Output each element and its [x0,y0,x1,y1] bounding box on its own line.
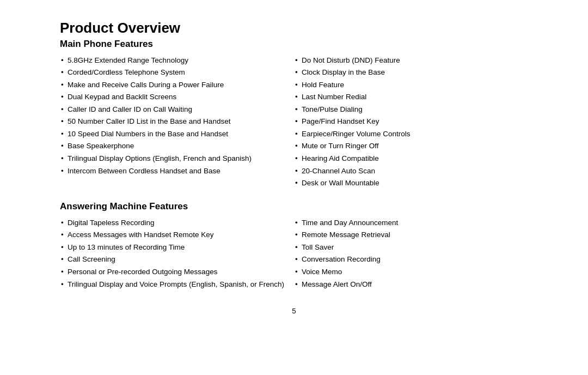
list-item: Corded/Cordless Telephone System [60,66,294,79]
list-item: Message Alert On/Off [294,278,528,291]
answering-machine-features-right-list: Time and Day Announcement Remote Message… [294,216,528,290]
main-phone-features-right-col: Do Not Disturb (DND) Feature Clock Displ… [294,54,528,189]
list-item: Desk or Wall Mountable [294,177,528,190]
main-phone-features-left-col: 5.8GHz Extended Range Technology Corded/… [60,54,294,189]
list-item: Do Not Disturb (DND) Feature [294,54,528,66]
list-item: Clock Display in the Base [294,66,528,79]
list-item: Call Screening [60,253,294,266]
list-item: 50 Number Caller ID List in the Base and… [60,116,294,128]
list-item: 20-Channel Auto Scan [294,165,528,177]
list-item: 5.8GHz Extended Range Technology [60,54,294,66]
list-item: Dual Keypad and Backlit Screens [60,91,294,104]
list-item: Caller ID and Caller ID on Call Waiting [60,103,294,116]
list-item: Earpiece/Ringer Volume Controls [294,128,528,140]
list-item: Make and Receive Calls During a Power Fa… [60,78,294,91]
answering-machine-features-left-col: Digital Tapeless Recording Access Messag… [60,216,294,290]
main-phone-features-right-list: Do Not Disturb (DND) Feature Clock Displ… [294,54,528,189]
list-item: Hearing Aid Compatible [294,153,528,165]
list-item: Page/Find Handset Key [294,116,528,128]
list-item: Hold Feature [294,78,528,91]
answering-machine-features-section: Answering Machine Features Digital Tapel… [60,201,528,290]
page-number: 5 [60,307,528,315]
answering-machine-features-columns: Digital Tapeless Recording Access Messag… [60,216,528,290]
answering-machine-features-heading: Answering Machine Features [60,201,528,212]
list-item: Remote Message Retrieval [294,229,528,241]
list-item: Intercom Between Cordless Handset and Ba… [60,165,294,177]
list-item: Digital Tapeless Recording [60,216,294,229]
list-item: Personal or Pre-recorded Outgoing Messag… [60,265,294,278]
page-content: Product Overview Main Phone Features 5.8… [49,0,539,326]
answering-machine-features-left-list: Digital Tapeless Recording Access Messag… [60,216,294,290]
list-item: Toll Saver [294,241,528,253]
page-title: Product Overview [60,20,528,37]
list-item: Time and Day Announcement [294,216,528,229]
list-item: Trilingual Display Options (English, Fre… [60,153,294,165]
list-item: Last Number Redial [294,91,528,104]
list-item: Mute or Turn Ringer Off [294,140,528,153]
list-item: Voice Memo [294,265,528,278]
list-item: 10 Speed Dial Numbers in the Base and Ha… [60,128,294,140]
list-item: Trilingual Display and Voice Prompts (En… [60,278,294,291]
main-phone-features-section: Main Phone Features 5.8GHz Extended Rang… [60,39,528,189]
list-item: Conversation Recording [294,253,528,266]
list-item: Base Speakerphone [60,140,294,153]
main-phone-features-heading: Main Phone Features [60,39,528,50]
list-item: Up to 13 minutes of Recording Time [60,241,294,253]
list-item: Tone/Pulse Dialing [294,103,528,116]
main-phone-features-columns: 5.8GHz Extended Range Technology Corded/… [60,54,528,189]
main-phone-features-left-list: 5.8GHz Extended Range Technology Corded/… [60,54,294,177]
answering-machine-features-right-col: Time and Day Announcement Remote Message… [294,216,528,290]
list-item: Access Messages with Handset Remote Key [60,229,294,241]
